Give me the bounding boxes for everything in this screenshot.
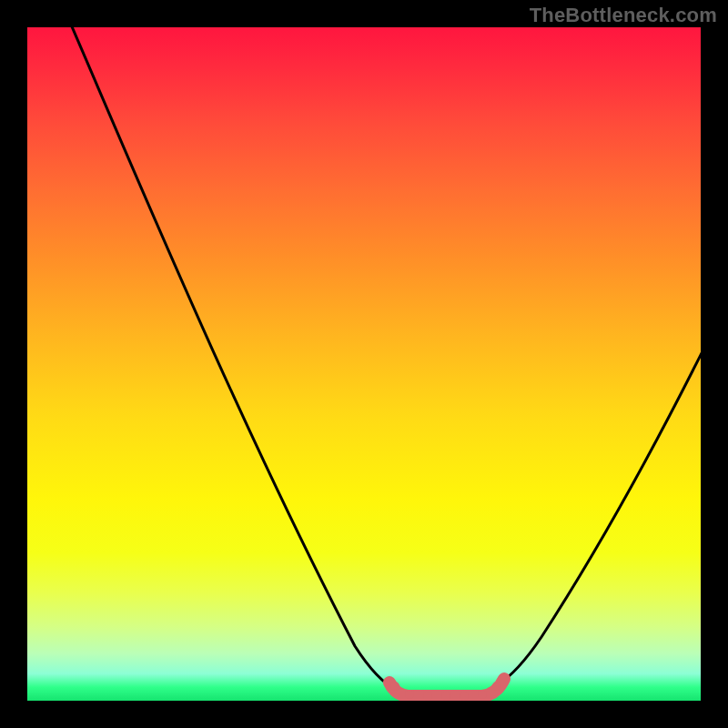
marker-dot	[423, 692, 432, 701]
marker-dot	[478, 690, 487, 699]
chart-frame: TheBottleneck.com	[0, 0, 728, 728]
marker-dot	[460, 692, 469, 701]
plot-area	[27, 27, 701, 701]
watermark-text: TheBottleneck.com	[530, 4, 717, 27]
optimal-range-marker	[27, 27, 701, 701]
marker-dot	[405, 690, 414, 699]
marker-dot	[492, 682, 501, 691]
marker-dot	[390, 682, 399, 691]
marker-dot	[441, 692, 450, 701]
